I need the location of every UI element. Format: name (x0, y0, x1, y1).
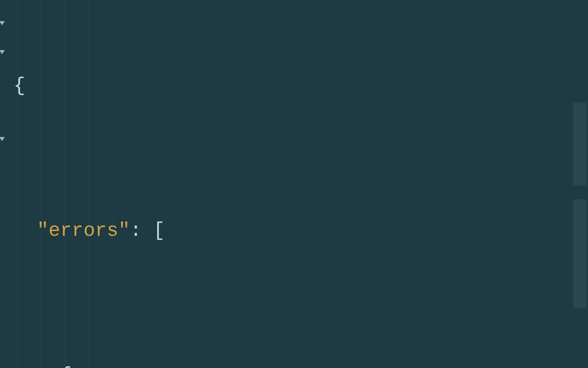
brace-open: { (14, 75, 25, 97)
key-errors: "errors" (37, 220, 130, 242)
fold-gutter (0, 0, 7, 368)
code-line: "errors": [ (14, 216, 588, 245)
scrollbar-thumb[interactable] (573, 102, 587, 186)
code-line: { (14, 72, 588, 101)
fold-icon[interactable] (0, 21, 5, 29)
fold-icon[interactable] (0, 50, 5, 58)
code-line: { (14, 361, 588, 368)
scrollbar-thumb[interactable] (573, 199, 587, 308)
code-body[interactable]: { "errors": [ { "message": "Cannot read … (14, 0, 588, 368)
fold-icon[interactable] (0, 137, 5, 145)
json-editor[interactable]: { "errors": [ { "message": "Cannot read … (0, 0, 588, 368)
